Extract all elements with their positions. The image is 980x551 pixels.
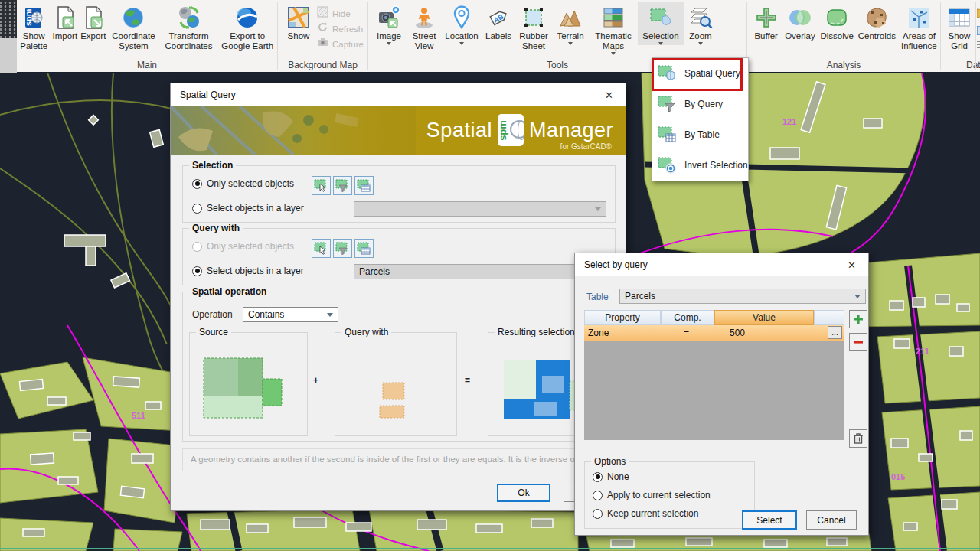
group-label-analysis: Analysis	[747, 60, 940, 70]
pick-objects-button[interactable]	[312, 176, 331, 195]
dissolve-button[interactable]: Dissolve	[818, 2, 856, 41]
by-query-icon	[658, 93, 678, 116]
spm-logo-icon: spm	[498, 114, 524, 146]
source-groupbox: Source	[189, 332, 308, 436]
ok-button[interactable]: Ok	[497, 484, 550, 502]
ribbon-separator	[975, 2, 976, 70]
table-combobox[interactable]: Parcels	[619, 289, 866, 304]
import-button[interactable]: Import	[51, 2, 79, 41]
clear-conditions-button[interactable]	[849, 429, 867, 448]
grid-header-property[interactable]: Property	[584, 310, 661, 325]
selection-groupbox: Selection Only selected objects Select o…	[182, 165, 616, 223]
ribbon-group-main: spm Show Palette Import Export	[17, 0, 277, 73]
map-label: 015	[891, 472, 905, 481]
areas-of-influence-button[interactable]: Areas of Influence	[898, 2, 940, 51]
select-cursor-icon	[314, 241, 328, 256]
close-icon[interactable]: ✕	[844, 259, 859, 271]
thematic-maps-button[interactable]: Thematic Maps	[589, 2, 638, 55]
group-label-background-map: Background Map	[278, 60, 368, 70]
ribbon-group-data: Show Grid Dat	[941, 0, 980, 73]
radio-query-in-layer[interactable]: Select objects in a layer	[192, 266, 304, 276]
background-show-button[interactable]: Show	[280, 2, 317, 41]
ribbon: spm Show Palette Import Export	[0, 0, 980, 73]
map-tile-icon	[286, 4, 311, 31]
background-capture-button[interactable]: Capture	[317, 37, 364, 51]
background-hide-button[interactable]: Hide	[317, 7, 364, 20]
menu-item-by-query[interactable]: By Query	[652, 89, 748, 119]
street-view-button[interactable]: Street View	[407, 2, 442, 51]
table-icon	[357, 178, 371, 193]
query-filter-objects-button[interactable]	[333, 239, 352, 258]
export-google-earth-button[interactable]: Export to Google Earth	[217, 2, 277, 51]
map-hide-icon	[317, 6, 328, 21]
grid-header-value[interactable]: Value	[714, 310, 814, 325]
filter-objects-button[interactable]	[333, 176, 352, 195]
dialog-title: Select by query	[584, 259, 648, 270]
camera-icon	[317, 37, 328, 51]
minus-icon	[851, 335, 865, 349]
operation-description: A geometry contains another if the secon…	[182, 448, 616, 471]
query-cancel-button[interactable]: Cancel	[806, 510, 857, 530]
trash-icon	[851, 432, 865, 445]
buffer-button[interactable]: Buffer	[750, 2, 782, 41]
show-grid-button[interactable]: Show Grid	[942, 2, 976, 51]
background-refresh-button[interactable]: Refresh	[317, 22, 364, 35]
radio-keep-current-selection[interactable]: Keep current selection	[593, 508, 698, 519]
zoom-button[interactable]: Zoom	[684, 2, 717, 45]
location-button[interactable]: Location	[442, 2, 482, 45]
refresh-icon	[317, 21, 328, 36]
menu-item-by-table[interactable]: By Table	[652, 119, 748, 150]
spatial-query-titlebar[interactable]: Spatial Query ✕	[171, 83, 626, 106]
menu-item-spatial-query[interactable]: Spatial Query	[652, 58, 748, 89]
areas-influence-icon	[906, 4, 931, 31]
value-ellipsis-button[interactable]: ...	[828, 326, 842, 339]
selection-button[interactable]: Selection	[638, 2, 684, 45]
transform-coordinates-button[interactable]: Transform Coordinates	[160, 2, 218, 51]
coordinate-system-button[interactable]: Coordinate System	[107, 2, 159, 51]
plus-icon	[851, 312, 865, 326]
remove-condition-button[interactable]	[849, 333, 867, 351]
operation-combobox[interactable]: Contains	[243, 307, 338, 322]
grid-cell-comp: =	[684, 328, 689, 338]
add-condition-button[interactable]	[849, 310, 867, 328]
close-icon[interactable]: ✕	[602, 90, 616, 101]
grid-header-comp[interactable]: Comp.	[661, 310, 714, 325]
radio-query-only-selected[interactable]: Only selected objects	[192, 241, 294, 252]
terrain-button[interactable]: Terrain	[552, 2, 589, 45]
radio-apply-to-current-selection[interactable]: Apply to current selection	[593, 490, 710, 500]
query-layer-combobox[interactable]: Parcels	[354, 264, 606, 279]
overlay-button[interactable]: Overlay	[782, 2, 818, 41]
import-file-icon	[53, 4, 77, 31]
labels-button[interactable]: AB Labels	[482, 2, 515, 41]
radio-select-objects-in-layer[interactable]: Select objects in a layer	[192, 203, 304, 214]
grid-cell-property: Zone	[588, 328, 609, 338]
table-label: Table	[586, 292, 609, 302]
invert-selection-icon	[658, 155, 678, 177]
selection-dropdown-menu: Spatial Query By Query By Table Invert S…	[652, 57, 749, 181]
palette-dock-strip[interactable]	[0, 0, 17, 73]
select-by-query-titlebar[interactable]: Select by query ✕	[575, 253, 868, 276]
chevron-down-icon	[387, 42, 391, 45]
grid-empty-area[interactable]	[584, 341, 844, 440]
select-button[interactable]: Select	[742, 510, 797, 530]
rubber-sheet-button[interactable]: Rubber Sheet	[515, 2, 552, 51]
query-pick-objects-button[interactable]	[312, 239, 331, 258]
brand-manager: Manager	[529, 119, 613, 142]
radio-none[interactable]: None	[593, 471, 629, 482]
chevron-down-icon	[595, 207, 601, 211]
grid-row[interactable]: Zone = 500 ...	[584, 325, 844, 341]
radio-icon	[593, 491, 603, 500]
overlay-icon	[788, 4, 812, 31]
menu-item-invert-selection[interactable]: Invert Selection	[652, 150, 748, 181]
image-button[interactable]: Image	[371, 2, 407, 45]
select-by-query-dialog: Select by query ✕ Table Parcels Property…	[574, 253, 869, 536]
centroids-button[interactable]: Centroids	[856, 2, 898, 41]
table-objects-button[interactable]	[354, 176, 374, 195]
selection-layer-combobox[interactable]	[354, 201, 606, 217]
export-button[interactable]: Export	[79, 2, 107, 41]
show-palette-button[interactable]: spm Show Palette	[17, 2, 51, 51]
radio-only-selected-objects[interactable]: Only selected objects	[192, 178, 294, 189]
query-table-objects-button[interactable]	[354, 239, 374, 258]
chevron-down-icon	[611, 52, 616, 55]
google-earth-icon	[235, 4, 260, 31]
